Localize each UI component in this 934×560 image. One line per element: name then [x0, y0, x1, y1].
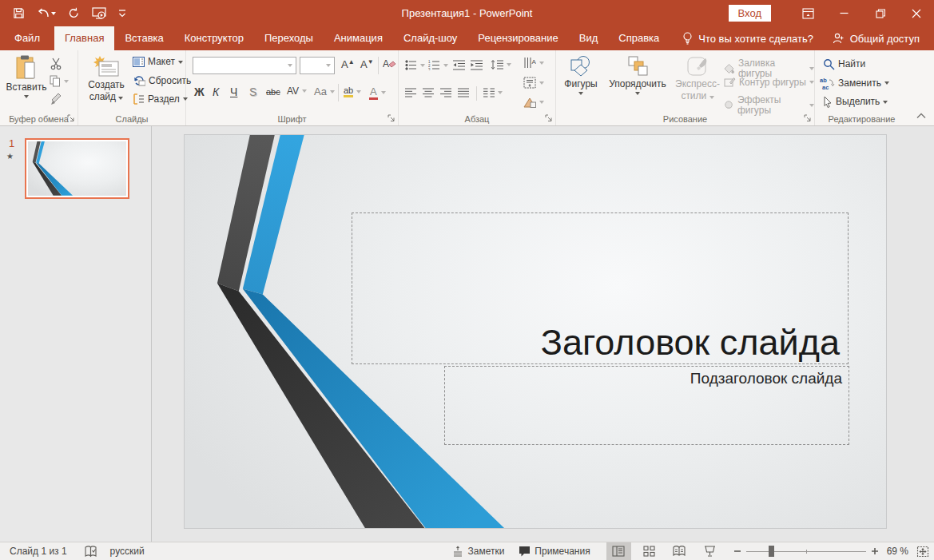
tab-view[interactable]: Вид [569, 26, 609, 50]
zoom-slider[interactable] [746, 542, 866, 560]
redo-icon[interactable] [68, 7, 80, 19]
signin-button[interactable]: Вход [729, 5, 771, 22]
text-direction-button[interactable]: A [523, 57, 544, 69]
clipboard-dialog-launcher[interactable] [67, 114, 75, 122]
slide-editor[interactable]: Заголовок слайда Подзаголовок слайда [184, 134, 887, 529]
start-slideshow-icon[interactable] [92, 7, 106, 19]
tab-file[interactable]: Файл [0, 26, 54, 50]
save-icon[interactable] [13, 7, 25, 19]
notes-toggle[interactable]: Заметки [452, 546, 504, 557]
slide-title-text[interactable]: Заголовок слайда [541, 322, 840, 363]
align-center-icon[interactable] [423, 88, 434, 97]
copy-button[interactable] [50, 75, 69, 87]
tab-transitions[interactable]: Переходы [254, 26, 324, 50]
zoom-out-icon[interactable] [733, 547, 741, 555]
align-right-icon[interactable] [440, 88, 451, 97]
ribbon-display-options-icon[interactable] [790, 0, 826, 26]
zoom-in-icon[interactable] [871, 547, 879, 555]
new-slide-button[interactable]: Создать слайд [83, 54, 129, 102]
quick-styles-button[interactable]: Экспресс- стили [674, 55, 721, 101]
transition-star-icon[interactable]: ★ [6, 152, 14, 161]
shape-effects-button[interactable]: Эффекты фигуры [724, 95, 814, 116]
columns-button[interactable] [483, 88, 503, 97]
title-placeholder[interactable]: Заголовок слайда [352, 212, 849, 364]
tab-review[interactable]: Рецензирование [467, 26, 568, 50]
language-indicator[interactable]: русский [110, 546, 145, 557]
tab-help[interactable]: Справка [608, 26, 670, 50]
italic-button[interactable]: К [213, 85, 219, 98]
clear-formatting-button[interactable]: A [383, 58, 395, 70]
tab-insert[interactable]: Вставка [114, 26, 173, 50]
slide-thumbnail[interactable] [25, 138, 129, 199]
find-button[interactable]: Найти [823, 58, 865, 70]
shrink-font-button[interactable]: A▼ [360, 58, 374, 70]
line-spacing-button[interactable] [491, 59, 511, 70]
cut-icon[interactable] [50, 58, 63, 70]
font-color-button[interactable]: A [369, 85, 386, 100]
section-button[interactable]: Раздел [133, 93, 188, 105]
spellcheck-icon[interactable] [85, 546, 97, 558]
share-person-icon [833, 33, 845, 44]
font-size-combo[interactable] [300, 57, 335, 74]
font-size-input[interactable] [300, 60, 323, 71]
convert-smartart-button[interactable] [523, 97, 544, 108]
title-bar: Презентация1 - PowerPoint Вход [0, 0, 934, 26]
strikethrough-button[interactable]: abc [266, 87, 280, 97]
font-name-caret[interactable] [284, 58, 296, 73]
subtitle-placeholder[interactable]: Подзаголовок слайда [444, 366, 849, 445]
justify-icon[interactable] [458, 88, 469, 97]
increase-indent-icon[interactable] [471, 60, 483, 70]
format-painter-icon[interactable] [50, 93, 62, 105]
change-case-button[interactable]: Aa [314, 85, 335, 97]
tell-me-box[interactable]: Что вы хотите сделать? [682, 26, 813, 50]
minimize-icon[interactable] [826, 0, 862, 26]
grow-font-button[interactable]: A▲ [341, 58, 355, 70]
tab-animations[interactable]: Анимация [324, 26, 393, 50]
close-icon[interactable] [898, 0, 934, 26]
font-size-caret[interactable] [323, 58, 334, 73]
tab-home[interactable]: Главная [54, 26, 114, 50]
group-editing: Найти abac Заменить Выделить Редактирова… [815, 50, 908, 125]
view-normal-button[interactable] [606, 542, 631, 560]
font-name-input[interactable] [193, 60, 284, 71]
undo-icon[interactable] [37, 8, 56, 19]
zoom-slider-handle[interactable] [769, 546, 774, 557]
shape-outline-button[interactable]: Контур фигуры [724, 77, 814, 88]
shapes-button[interactable]: Фигуры [561, 55, 601, 95]
highlight-color-button[interactable]: ab [344, 85, 361, 97]
bullets-button[interactable] [405, 60, 425, 70]
restore-icon[interactable] [862, 0, 898, 26]
drawing-dialog-launcher[interactable] [804, 114, 812, 122]
collapse-ribbon-icon[interactable] [916, 113, 926, 119]
replace-button[interactable]: abac Заменить [820, 77, 889, 89]
select-button[interactable]: Выделить [823, 96, 888, 108]
zoom-level[interactable]: 69 % [887, 546, 908, 557]
layout-button[interactable]: Макет [133, 57, 183, 67]
reset-button[interactable]: Сбросить [133, 75, 191, 86]
undo-dropdown-caret[interactable] [51, 12, 56, 15]
tab-design[interactable]: Конструктор [174, 26, 254, 50]
text-shadow-button[interactable]: S [249, 85, 256, 98]
fit-window-icon[interactable] [916, 546, 929, 558]
tab-slideshow[interactable]: Слайд-шоу [393, 26, 467, 50]
slide-counter[interactable]: Слайд 1 из 1 [10, 546, 67, 557]
bold-button[interactable]: Ж [194, 85, 205, 98]
arrange-button[interactable]: Упорядочить [602, 55, 673, 95]
share-button[interactable]: Общий доступ [833, 26, 934, 50]
comments-toggle[interactable]: Примечания [519, 546, 590, 557]
decrease-indent-icon[interactable] [453, 60, 465, 70]
paste-button[interactable]: Вставить [6, 55, 46, 98]
view-slideshow-button[interactable] [698, 542, 722, 560]
character-spacing-button[interactable]: AV [287, 85, 307, 97]
align-left-icon[interactable] [405, 88, 416, 97]
slide-subtitle-text[interactable]: Подзаголовок слайда [690, 370, 842, 387]
numbering-button[interactable]: 123 [428, 60, 448, 70]
align-text-button[interactable] [523, 77, 544, 89]
underline-button[interactable]: Ч [230, 85, 237, 98]
view-reading-button[interactable] [667, 542, 692, 560]
customize-qat-icon[interactable] [118, 9, 126, 18]
view-sorter-button[interactable] [637, 542, 662, 560]
font-dialog-launcher[interactable] [388, 114, 395, 122]
paragraph-dialog-launcher[interactable] [545, 114, 553, 122]
font-name-combo[interactable] [193, 57, 296, 74]
